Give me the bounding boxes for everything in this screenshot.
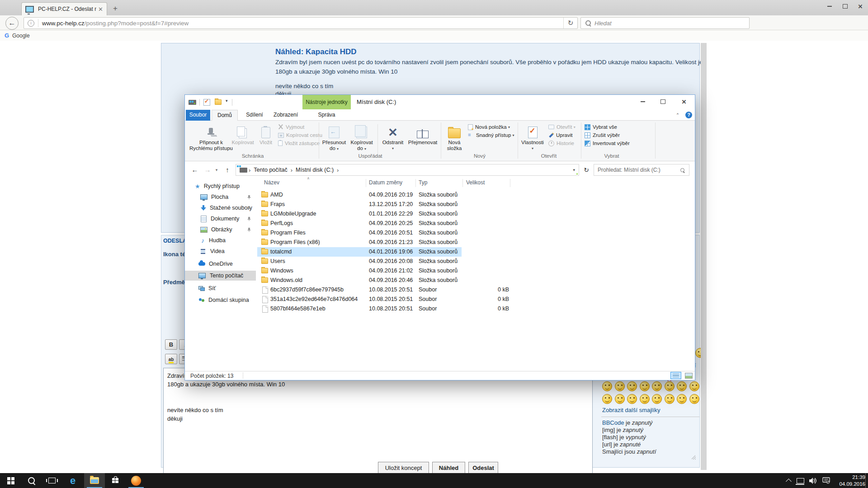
explorer-close-button[interactable]: ✕ bbox=[674, 95, 694, 108]
sidebar-item-videos[interactable]: Videa bbox=[185, 246, 256, 256]
qat-new-folder-icon[interactable] bbox=[215, 99, 222, 105]
thumbnails-view-button[interactable] bbox=[683, 372, 694, 379]
sidebar-item-downloads[interactable]: Stažené soubory bbox=[185, 203, 256, 213]
details-view-button[interactable] bbox=[670, 372, 681, 379]
sidebar-item-pictures[interactable]: Obrázky bbox=[185, 225, 256, 235]
sidebar-item-desktop[interactable]: Plocha bbox=[185, 192, 256, 202]
copy-button[interactable]: Kopírovat bbox=[229, 122, 256, 145]
explorer-window[interactable]: ▾ Nástroje jednotky Místní disk (C:) ✕ S… bbox=[184, 94, 695, 380]
tab-manage[interactable]: Správa bbox=[302, 110, 351, 121]
show-more-smilies-link[interactable]: Zobrazit další smajlíky bbox=[602, 407, 660, 413]
file-row-selected[interactable]: totalcmd04.01.2016 19:06Složka souborů bbox=[257, 247, 462, 257]
preview-button[interactable]: Náhled bbox=[432, 462, 465, 474]
help-icon[interactable]: ? bbox=[685, 112, 692, 118]
tab-home[interactable]: Domů bbox=[212, 110, 238, 121]
select-none-button[interactable]: Zrušit výběr bbox=[585, 131, 620, 139]
invert-selection-button[interactable]: Invertovat výběr bbox=[585, 140, 630, 147]
column-separator[interactable] bbox=[415, 179, 416, 187]
breadcrumb-local-disk[interactable]: Místní disk (C:) bbox=[296, 167, 334, 173]
tray-volume-button[interactable] bbox=[807, 473, 818, 488]
bookmark-google[interactable]: Google bbox=[12, 33, 30, 39]
file-row[interactable]: Windows.old04.09.2016 20:46Složka soubor… bbox=[257, 276, 511, 285]
file-row[interactable]: LGMobileUpgrade01.01.2016 22:29Složka so… bbox=[257, 209, 511, 219]
new-item-button[interactable]: Nová položka ▾ bbox=[468, 123, 510, 131]
tray-network-button[interactable] bbox=[795, 473, 806, 488]
url-bar[interactable]: i www.pc-help.cz/posting.php?mode=post&f… bbox=[24, 17, 578, 29]
back-button[interactable]: ← bbox=[5, 17, 19, 30]
column-header-date[interactable]: Datum změny bbox=[369, 179, 402, 186]
browser-minimize-button[interactable] bbox=[822, 0, 837, 13]
taskbar-search-button[interactable] bbox=[21, 473, 42, 488]
column-header-size[interactable]: Velikost bbox=[466, 179, 485, 186]
qat-dropdown-icon[interactable]: ▾ bbox=[226, 99, 228, 103]
file-row[interactable]: 351a143c2e92ed646e7c8476d06410.08.2015 2… bbox=[257, 295, 511, 304]
file-row[interactable]: PerfLogs04.09.2016 20:25Složka souborů bbox=[257, 219, 511, 228]
smiley-icon[interactable] bbox=[640, 394, 650, 404]
tab-close-icon[interactable]: ✕ bbox=[98, 6, 103, 13]
move-to-button[interactable]: Přesunout do ▾ bbox=[321, 122, 348, 152]
smiley-icon[interactable] bbox=[665, 394, 675, 404]
start-button[interactable] bbox=[0, 473, 21, 488]
editor-highlight-button[interactable]: ab bbox=[165, 354, 177, 364]
qat-properties-icon[interactable] bbox=[203, 99, 210, 106]
smiley-icon[interactable] bbox=[640, 381, 650, 391]
paste-button[interactable]: Vložit bbox=[256, 122, 275, 145]
pin-to-quick-access-button[interactable]: Připnout kRychlému přístupu bbox=[189, 122, 233, 151]
paste-shortcut-button[interactable]: Vložit zástupce bbox=[278, 140, 320, 147]
file-row[interactable]: 6bc2937d59f7c86ee797945b10.08.2015 20:51… bbox=[257, 285, 511, 295]
easy-access-button[interactable]: ≡Snadný přístup ▾ bbox=[468, 131, 514, 139]
column-header-type[interactable]: Typ bbox=[419, 179, 427, 186]
refresh-button[interactable]: ↻ bbox=[581, 164, 592, 176]
file-row[interactable]: Fraps13.12.2015 17:20Složka souborů bbox=[257, 200, 511, 209]
reload-button[interactable]: ↻ bbox=[563, 18, 577, 28]
select-all-button[interactable]: Vybrat vše bbox=[585, 123, 617, 131]
smiley-icon[interactable] bbox=[677, 394, 687, 404]
new-tab-button[interactable]: + bbox=[110, 4, 121, 14]
browser-close-button[interactable]: ✕ bbox=[853, 0, 868, 13]
editor-bold-button[interactable]: B bbox=[165, 339, 177, 350]
column-separator[interactable] bbox=[510, 179, 510, 187]
explorer-maximize-button[interactable] bbox=[653, 95, 673, 108]
task-view-button[interactable] bbox=[42, 473, 62, 488]
smiley-icon[interactable] bbox=[602, 381, 612, 391]
open-button[interactable]: Otevřít ▾ bbox=[548, 123, 576, 131]
file-row[interactable]: Windows04.09.2016 21:02Složka souborů bbox=[257, 266, 511, 276]
sidebar-item-this-pc[interactable]: Tento počítač bbox=[185, 271, 256, 281]
smiley-icon[interactable] bbox=[665, 381, 675, 391]
file-row[interactable]: Program Files04.09.2016 20:51Složka soub… bbox=[257, 228, 511, 238]
new-folder-button[interactable]: Novásložka bbox=[443, 122, 465, 151]
explorer-search-box[interactable]: Prohledat: Místní disk (C:) bbox=[594, 164, 689, 176]
cut-button[interactable]: Vyjmout bbox=[278, 123, 304, 131]
sidebar-item-documents[interactable]: Dokumenty bbox=[185, 214, 256, 224]
nav-up-button[interactable]: ↑ bbox=[222, 164, 233, 175]
explorer-minimize-button[interactable] bbox=[632, 95, 653, 108]
address-dropdown-icon[interactable]: ▾ bbox=[573, 168, 575, 172]
file-row[interactable]: AMD04.09.2016 20:19Složka souborů bbox=[257, 190, 511, 200]
history-button[interactable]: Historie bbox=[548, 140, 574, 147]
browser-maximize-button[interactable] bbox=[837, 0, 853, 13]
taskbar-firefox-button[interactable] bbox=[126, 473, 146, 488]
explorer-titlebar[interactable]: ▾ Nástroje jednotky Místní disk (C:) ✕ bbox=[185, 95, 695, 110]
show-desktop-button[interactable] bbox=[865, 473, 868, 488]
nav-forward-button[interactable]: → bbox=[202, 164, 213, 175]
smiley-icon[interactable] bbox=[602, 394, 612, 404]
tab-file[interactable]: Soubor bbox=[186, 110, 210, 121]
copy-path-button[interactable]: wKopírovat cestu bbox=[278, 131, 322, 139]
column-separator[interactable] bbox=[462, 179, 463, 187]
nav-history-dropdown-icon[interactable]: ▾ bbox=[213, 164, 220, 175]
column-separator[interactable] bbox=[366, 179, 366, 187]
taskbar-edge-button[interactable]: e bbox=[62, 473, 83, 488]
column-header-name[interactable]: Název bbox=[264, 179, 279, 186]
smiley-icon[interactable] bbox=[615, 394, 625, 404]
file-row[interactable]: Program Files (x86)04.09.2016 21:23Složk… bbox=[257, 238, 511, 247]
taskbar-explorer-button[interactable] bbox=[84, 473, 105, 488]
sidebar-item-music[interactable]: ♪ Hudba bbox=[185, 235, 256, 245]
browser-tab-active[interactable]: PC-HELP.CZ - Odeslat no... ✕ bbox=[21, 2, 107, 15]
breadcrumb-this-pc[interactable]: Tento počítač bbox=[254, 167, 287, 173]
ribbon-collapse-icon[interactable]: ⌃ bbox=[675, 112, 681, 118]
smiley-icon[interactable] bbox=[627, 394, 637, 404]
tab-view[interactable]: Zobrazení bbox=[271, 110, 301, 121]
tray-show-hidden-icons-button[interactable] bbox=[784, 473, 793, 488]
address-box[interactable]: › Tento počítač › Místní disk (C:) › ▾ bbox=[236, 164, 579, 176]
contextual-tab-drive-tools[interactable]: Nástroje jednotky bbox=[302, 95, 351, 109]
